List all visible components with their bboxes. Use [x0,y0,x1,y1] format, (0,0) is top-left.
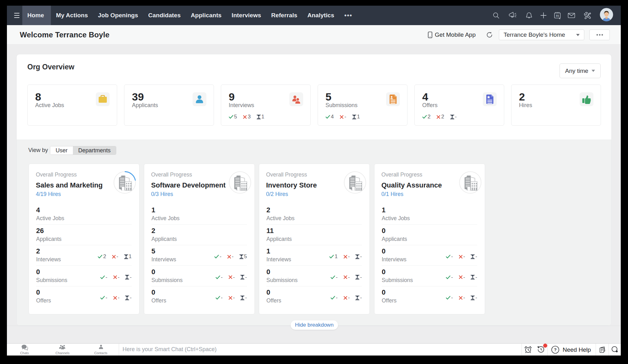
svg-text:?: ? [554,347,556,352]
svg-text:31: 31 [555,14,559,17]
